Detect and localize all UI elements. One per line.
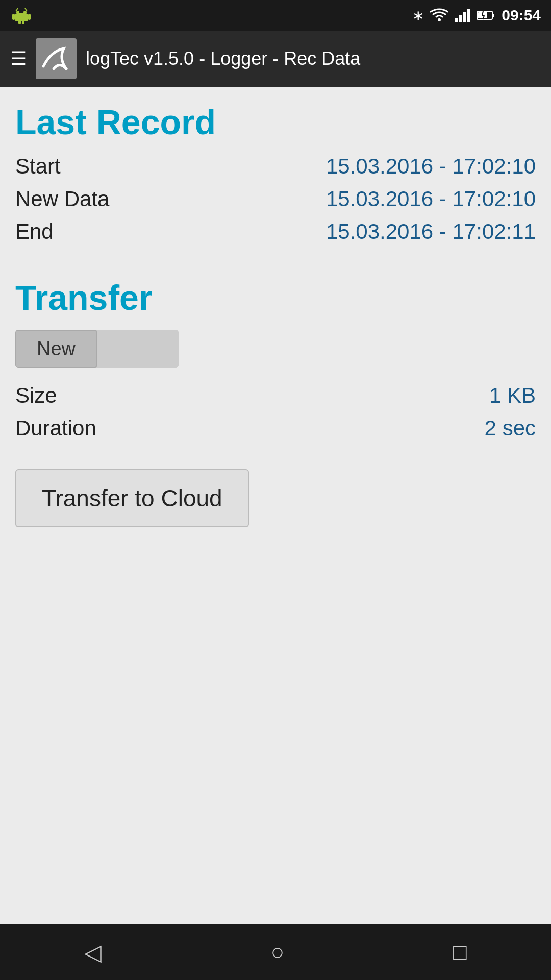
android-icon (10, 4, 33, 27)
transfer-to-cloud-button[interactable]: Transfer to Cloud (15, 469, 249, 527)
app-logo (36, 38, 77, 79)
svg-rect-20 (38, 41, 74, 77)
toggle-container: New (15, 330, 179, 368)
size-value: 1 KB (489, 383, 536, 408)
duration-value: 2 sec (485, 416, 536, 440)
status-bar-left (10, 4, 33, 27)
back-button[interactable]: ◁ (84, 939, 102, 965)
app-title: logTec v1.5.0 - Logger - Rec Data (86, 48, 360, 69)
end-value: 15.03.2016 - 17:02:11 (326, 219, 536, 244)
end-row: End 15.03.2016 - 17:02:11 (15, 219, 536, 244)
app-bar: ☰ logTec v1.5.0 - Logger - Rec Data (0, 31, 551, 87)
bottom-nav: ◁ ○ □ (0, 924, 551, 980)
recents-button[interactable]: □ (453, 939, 467, 965)
new-data-value: 15.03.2016 - 17:02:10 (326, 187, 536, 211)
size-label: Size (15, 383, 57, 408)
start-row: Start 15.03.2016 - 17:02:10 (15, 154, 536, 179)
svg-rect-4 (28, 14, 31, 20)
new-toggle-button[interactable]: New (15, 330, 97, 368)
start-label: Start (15, 154, 61, 179)
transfer-section: Transfer New Size 1 KB Duration 2 sec Tr… (15, 278, 536, 527)
duration-row: Duration 2 sec (15, 416, 536, 440)
svg-rect-5 (18, 20, 21, 24)
status-time: 09:54 (502, 7, 541, 24)
svg-rect-2 (14, 13, 29, 21)
main-content: Last Record Start 15.03.2016 - 17:02:10 … (0, 87, 551, 924)
transfer-title: Transfer (15, 278, 536, 317)
bluetooth-icon: ∗ (412, 7, 424, 24)
home-button[interactable]: ○ (270, 939, 284, 965)
toggle-right (97, 330, 179, 368)
signal-icon (455, 8, 471, 22)
wifi-icon (430, 8, 448, 22)
last-record-section: Last Record Start 15.03.2016 - 17:02:10 … (15, 102, 536, 244)
svg-rect-15 (492, 14, 494, 17)
new-data-label: New Data (15, 187, 109, 211)
svg-point-9 (438, 18, 441, 21)
size-row: Size 1 KB (15, 383, 536, 408)
svg-rect-12 (463, 12, 466, 22)
svg-rect-10 (455, 18, 458, 22)
battery-icon (477, 10, 495, 21)
svg-rect-6 (22, 20, 24, 24)
svg-rect-11 (459, 15, 462, 22)
duration-label: Duration (15, 416, 96, 440)
svg-rect-3 (12, 14, 15, 20)
start-value: 15.03.2016 - 17:02:10 (326, 154, 536, 179)
status-bar-right: ∗ 09:54 (412, 7, 541, 24)
menu-icon[interactable]: ☰ (10, 48, 27, 69)
end-label: End (15, 219, 54, 244)
svg-rect-13 (467, 9, 470, 22)
status-bar: ∗ 09:54 (0, 0, 551, 31)
new-data-row: New Data 15.03.2016 - 17:02:10 (15, 187, 536, 211)
app-logo-svg (38, 41, 74, 77)
last-record-title: Last Record (15, 102, 536, 142)
